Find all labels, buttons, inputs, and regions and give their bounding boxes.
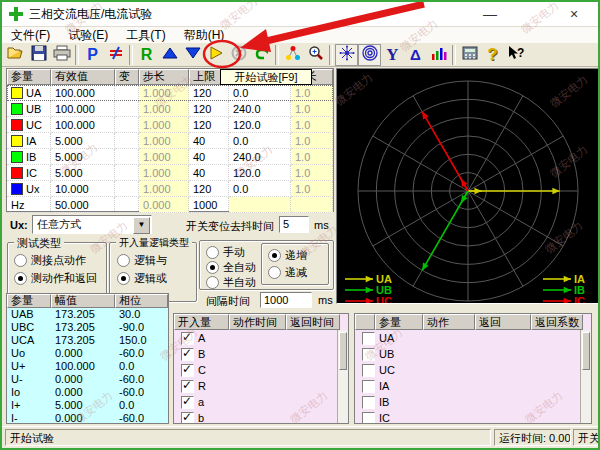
ux-mode-combobox[interactable]: 任意方式 ▼ — [32, 215, 152, 234]
input-cell: B — [174, 348, 229, 361]
param-phase-cell[interactable]: 120.0 — [229, 117, 291, 133]
param-limit-cell[interactable]: 40 — [189, 133, 229, 149]
param-limit-cell[interactable]: 120 — [189, 101, 229, 117]
param-name: IB — [26, 149, 36, 165]
param-name: IA — [26, 133, 36, 149]
param-vary-cell[interactable] — [115, 181, 139, 197]
checkbox[interactable] — [362, 364, 375, 377]
param-limit-cell[interactable]: 120 — [189, 181, 229, 197]
app-icon — [9, 7, 23, 21]
param-vary-cell[interactable] — [115, 117, 139, 133]
sunburst-view-button[interactable] — [335, 44, 358, 66]
param-value-cell[interactable]: 100.000 — [51, 85, 115, 101]
sunburst-icon — [339, 45, 355, 65]
step-down-button[interactable] — [181, 44, 204, 66]
param-phase-cell[interactable]: 0.0 — [229, 85, 291, 101]
unbalance-button[interactable] — [104, 44, 127, 66]
param-value-cell[interactable]: 100.000 — [51, 101, 115, 117]
menu-file[interactable]: 文件(F) — [2, 27, 59, 44]
print-button[interactable] — [50, 44, 73, 66]
toolbar: P R Y Δ ? ? — [2, 43, 598, 67]
checkbox[interactable] — [181, 380, 194, 393]
param-phase-step-cell: 1.0 — [291, 165, 333, 181]
param-vary-cell[interactable] — [115, 197, 139, 213]
param-step-cell: 1.000 — [139, 181, 189, 197]
param-limit-cell[interactable]: 120 — [189, 85, 229, 101]
checkbox[interactable] — [362, 348, 375, 361]
vector-nodes-button[interactable] — [281, 44, 304, 66]
reset-button[interactable]: R — [135, 44, 158, 66]
action-table-scrollbar[interactable] — [580, 330, 591, 423]
scrollbar-thumb[interactable] — [339, 332, 347, 370]
param-limit-cell[interactable]: 1000 — [189, 197, 229, 213]
help-button[interactable]: ? — [481, 44, 504, 66]
param-value-cell[interactable]: 50.000 — [51, 197, 115, 213]
param-phase-cell[interactable] — [229, 197, 291, 213]
harmonics-button[interactable] — [427, 44, 450, 66]
param-phase-cell[interactable]: 240.0 — [229, 149, 291, 165]
context-help-button[interactable]: ? — [504, 44, 527, 66]
save-button[interactable] — [27, 44, 50, 66]
radio-full-auto[interactable]: 全自动 — [206, 260, 256, 275]
menu-tools[interactable]: 工具(T) — [117, 27, 174, 44]
menu-help[interactable]: 帮助(H) — [175, 27, 234, 44]
wye-connection-button[interactable]: Y — [381, 44, 404, 66]
checkbox[interactable] — [181, 364, 194, 377]
start-test-button[interactable] — [204, 44, 227, 66]
chevron-down-icon[interactable]: ▼ — [133, 217, 150, 234]
param-limit-cell[interactable]: 40 — [189, 165, 229, 181]
radio-action-return[interactable]: 测动作和返回 — [14, 271, 97, 286]
stop-button[interactable] — [227, 44, 250, 66]
param-vary-cell[interactable] — [115, 85, 139, 101]
polar-view-button[interactable] — [358, 44, 381, 66]
checkbox[interactable] — [362, 396, 375, 409]
radio-decrease[interactable]: 递减 — [268, 265, 307, 280]
close-button[interactable]: × — [560, 4, 588, 24]
checkbox[interactable] — [181, 412, 194, 425]
step-up-button[interactable] — [158, 44, 181, 66]
open-button[interactable] — [4, 44, 27, 66]
zoom-button[interactable] — [304, 44, 327, 66]
phase-button[interactable]: P — [81, 44, 104, 66]
param-limit-cell[interactable]: 120 — [189, 117, 229, 133]
radio-semi-auto[interactable]: 半自动 — [206, 275, 256, 290]
param-vary-cell[interactable] — [115, 101, 139, 117]
radio-logic-or[interactable]: 逻辑或 — [117, 271, 167, 286]
input-cell: C — [174, 364, 229, 377]
param-value-cell[interactable]: 10.000 — [51, 181, 115, 197]
delta-connection-button[interactable]: Δ — [404, 44, 427, 66]
param-phase-cell[interactable]: 0.0 — [229, 133, 291, 149]
param-vary-cell[interactable] — [115, 149, 139, 165]
radio-logic-and[interactable]: 逻辑与 — [117, 253, 167, 268]
minimize-button[interactable]: — — [476, 4, 504, 24]
checkbox[interactable] — [362, 380, 375, 393]
param-vary-cell[interactable] — [115, 165, 139, 181]
checkbox[interactable] — [181, 396, 194, 409]
param-value-cell[interactable]: 5.000 — [51, 165, 115, 181]
debounce-input[interactable]: 5 — [279, 216, 309, 233]
checkbox[interactable] — [181, 332, 194, 345]
param-value-cell[interactable]: 5.000 — [51, 133, 115, 149]
param-phase-step-cell — [291, 197, 333, 213]
param-value-cell[interactable]: 5.000 — [51, 149, 115, 165]
checkbox[interactable] — [362, 412, 375, 425]
param-step-cell: 0.000 — [139, 197, 189, 213]
param-name: UB — [26, 101, 41, 117]
param-phase-cell[interactable]: 240.0 — [229, 101, 291, 117]
radio-contact-action[interactable]: 测接点动作 — [14, 253, 86, 268]
param-phase-cell[interactable]: 120.0 — [229, 165, 291, 181]
scrollbar-thumb[interactable] — [582, 332, 590, 370]
menu-test[interactable]: 试验(E) — [59, 27, 117, 44]
input-table-scrollbar[interactable] — [337, 330, 348, 423]
undo-button[interactable] — [250, 44, 273, 66]
radio-increase[interactable]: 递增 — [268, 248, 307, 263]
param-phase-cell[interactable]: 0.0 — [229, 181, 291, 197]
interval-input[interactable]: 1000 — [260, 292, 312, 308]
param-vary-cell[interactable] — [115, 133, 139, 149]
calculator-button[interactable] — [458, 44, 481, 66]
param-limit-cell[interactable]: 40 — [189, 149, 229, 165]
checkbox[interactable] — [181, 348, 194, 361]
radio-manual[interactable]: 手动 — [206, 245, 245, 260]
param-value-cell[interactable]: 100.000 — [51, 117, 115, 133]
checkbox[interactable] — [362, 332, 375, 345]
